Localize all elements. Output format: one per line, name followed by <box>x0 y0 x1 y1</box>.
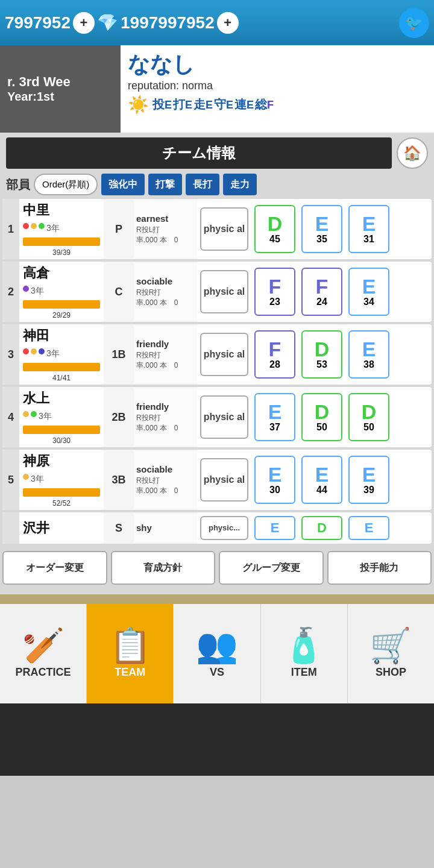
personality-cell: sociable R投L打 率.000 本 0 <box>134 450 197 510</box>
grade-box: E <box>348 516 389 540</box>
grade-cell-2[interactable]: E 35 <box>298 199 345 259</box>
stat-streak: 連E <box>234 96 254 113</box>
player-info-right: ななし reputation: norma ☀️ 投E 打E 走E 守E 連E … <box>121 45 434 133</box>
nav-item-vs[interactable]: 👥 VS <box>174 604 260 703</box>
filter-btn-enhance[interactable]: 強化中 <box>101 174 145 195</box>
dot-green <box>31 411 37 417</box>
group-change-button[interactable]: グループ変更 <box>219 551 324 585</box>
nav-item-team[interactable]: 📋 TEAM <box>87 604 174 703</box>
throw-info: R投R打 <box>136 413 195 423</box>
grade-cell-1[interactable]: D 45 <box>251 199 298 259</box>
sun-icon: ☀️ <box>128 95 149 115</box>
player-info-cell[interactable]: 水上 3年 30/30 <box>19 387 104 447</box>
grade-box: E 39 <box>348 456 389 504</box>
grade-cell-2[interactable]: F 24 <box>298 262 345 322</box>
grade-cell-2[interactable]: D 50 <box>298 387 345 447</box>
physical-cell[interactable]: physic al <box>197 324 251 385</box>
grade-letter: E <box>315 464 329 485</box>
training-policy-button[interactable]: 育成方針 <box>111 551 216 585</box>
nav-item-shop[interactable]: 🛒 SHOP <box>348 604 434 703</box>
separator <box>0 594 434 604</box>
physical-button[interactable]: physic al <box>200 458 248 502</box>
player-info-cell[interactable]: 中里 3年 39/39 <box>19 199 104 259</box>
pitcher-ability-button[interactable]: 投手能力 <box>327 551 432 585</box>
grade-box: E 31 <box>348 205 389 253</box>
player-year: 3年 <box>39 411 52 422</box>
dot-blue <box>39 348 45 354</box>
row-number: 4 <box>2 387 19 447</box>
player-info-cell[interactable]: 沢井 <box>19 512 104 544</box>
grade-num: 53 <box>316 359 327 370</box>
physical-cell[interactable]: physic al <box>197 199 251 259</box>
grade-box: E <box>254 516 295 540</box>
physical-button[interactable]: physic al <box>200 270 248 313</box>
physical-button[interactable]: physic al <box>200 395 248 439</box>
top-bar: 7997952 + 💎 1997997952 + 🐦 <box>0 0 434 45</box>
grade-num: 38 <box>363 359 374 370</box>
table-row: 沢井 S shy physic... E D E <box>2 512 432 544</box>
physical-button[interactable]: physic... <box>200 516 248 540</box>
position-cell: C <box>104 262 134 322</box>
filter-btn-power[interactable]: 長打 <box>186 174 219 195</box>
filter-btn-batting[interactable]: 打撃 <box>148 174 182 195</box>
grade-cell-3[interactable]: E <box>345 512 392 544</box>
practice-icon: 🏏 <box>22 629 64 662</box>
table-row: 3 神田 3年 41/41 1B friendly R投R打 率.000 本 0 <box>2 324 432 385</box>
row-number <box>2 512 19 544</box>
throw-info: R投R打 <box>136 288 195 298</box>
grade-cell-3[interactable]: D 50 <box>345 387 392 447</box>
player-dots: 3年 <box>23 474 100 485</box>
filter-btn-speed[interactable]: 走力 <box>223 174 257 195</box>
grade-cell-1[interactable]: F 28 <box>251 324 298 385</box>
twitter-button[interactable]: 🐦 <box>399 8 429 38</box>
home-button[interactable]: 🏠 <box>397 137 428 169</box>
grade-cell-3[interactable]: E 31 <box>345 199 392 259</box>
hp-text: 39/39 <box>23 248 100 257</box>
player-info-cell[interactable]: 神田 3年 41/41 <box>19 324 104 385</box>
dot-purple <box>23 286 29 292</box>
rate-info: 率.000 本 0 <box>136 298 195 308</box>
personality-name: friendly <box>136 401 195 412</box>
grade-cell-2[interactable]: E 44 <box>298 450 345 510</box>
grade-num: 50 <box>316 422 327 433</box>
physical-cell[interactable]: physic al <box>197 262 251 322</box>
player-year: 3年 <box>46 223 60 234</box>
nav-item-practice[interactable]: 🏏 PRACTICE <box>0 604 87 703</box>
grade-letter: F <box>269 339 281 359</box>
physical-button[interactable]: physic al <box>200 207 248 251</box>
grade-letter: D <box>362 401 377 422</box>
grade-cell-3[interactable]: E 39 <box>345 450 392 510</box>
player-name-jp: 水上 <box>23 389 100 407</box>
table-row: 5 神原 3年 52/52 3B sociable R投L打 率.000 本 0… <box>2 450 432 510</box>
physical-cell[interactable]: physic... <box>197 512 251 544</box>
grade-num: 30 <box>269 485 280 495</box>
player-info-cell[interactable]: 神原 3年 52/52 <box>19 450 104 510</box>
row-number: 1 <box>2 199 19 259</box>
reputation-row: reputation: norma <box>128 80 427 92</box>
add-coins-button[interactable]: + <box>73 12 95 34</box>
order-button[interactable]: Order(昇順) <box>34 174 98 195</box>
nav-item-item[interactable]: 🧴 ITEM <box>261 604 348 703</box>
grade-box: D <box>301 516 342 540</box>
grade-cell-1[interactable]: E <box>251 512 298 544</box>
player-year: 3年 <box>31 286 44 297</box>
grade-box: D 50 <box>301 393 342 441</box>
physical-cell[interactable]: physic al <box>197 450 251 510</box>
grade-box: F 23 <box>254 268 295 316</box>
grade-cell-3[interactable]: E 34 <box>345 262 392 322</box>
grade-cell-1[interactable]: F 23 <box>251 262 298 322</box>
grade-cell-1[interactable]: E 37 <box>251 387 298 447</box>
player-info-cell[interactable]: 高倉 3年 29/29 <box>19 262 104 322</box>
physical-button[interactable]: physic al <box>200 333 248 376</box>
grade-cell-2[interactable]: D <box>298 512 345 544</box>
grade-letter: F <box>316 276 329 297</box>
grade-cell-1[interactable]: E 30 <box>251 450 298 510</box>
dot-yellow <box>23 474 29 480</box>
grade-cell-3[interactable]: E 38 <box>345 324 392 385</box>
add-gems-button[interactable]: + <box>217 12 239 34</box>
throw-info: R投L打 <box>136 225 195 235</box>
physical-cell[interactable]: physic al <box>197 387 251 447</box>
order-change-button[interactable]: オーダー変更 <box>2 551 107 585</box>
nav-label-team: TEAM <box>115 666 145 679</box>
grade-cell-2[interactable]: D 53 <box>298 324 345 385</box>
